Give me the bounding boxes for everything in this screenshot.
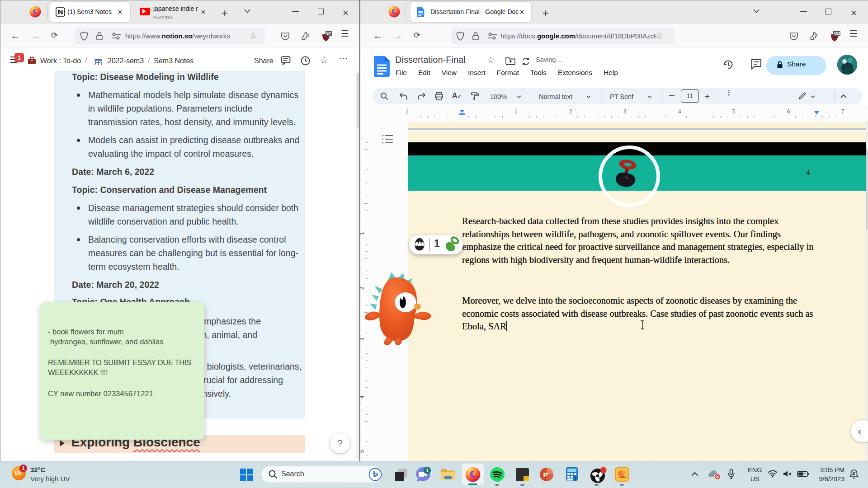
svg-text:57: 57 xyxy=(326,31,331,36)
svg-text:1: 1 xyxy=(426,468,429,473)
svg-text:P: P xyxy=(543,471,547,479)
svg-text:463: 463 xyxy=(833,31,840,36)
